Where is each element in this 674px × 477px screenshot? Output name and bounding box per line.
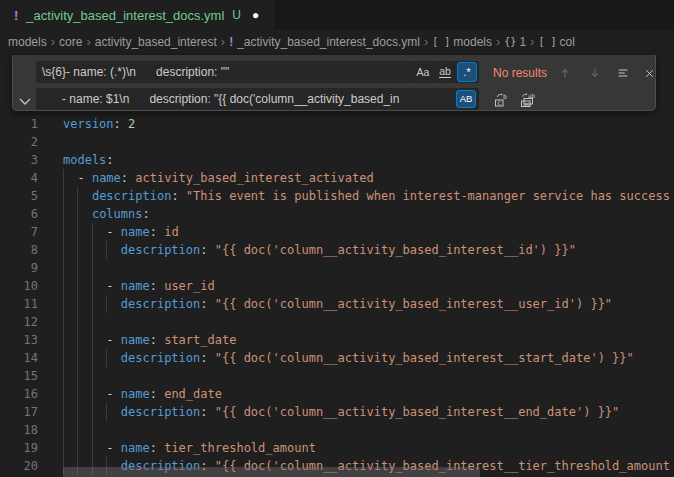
yaml-warning-icon: ! [229,35,233,49]
code-line[interactable]: 17 description: "{{ doc('column__activit… [0,403,674,421]
horizontal-scrollbar[interactable] [63,467,480,477]
line-number: 15 [0,367,38,385]
code-line[interactable]: 14 description: "{{ doc('column__activit… [0,349,674,367]
match-case-icon[interactable]: Aa [413,62,433,82]
code-text: - name: activity_based_interest_activate… [63,169,374,187]
indent-guide [92,421,93,439]
code-line[interactable]: 2 [0,133,674,151]
modified-dot-icon[interactable]: ● [252,8,259,22]
indent-guide [63,313,64,331]
code-line[interactable]: 6 columns: [0,205,674,223]
breadcrumb-label: core [59,35,82,49]
code-text: - name: end_date [63,385,222,403]
line-number: 10 [0,277,38,295]
breadcrumb-item-core[interactable]: core [59,35,82,49]
line-number: 17 [0,403,38,421]
breadcrumb-item-col[interactable]: [ ]col [538,35,574,49]
replace-input[interactable]: - name: $1\n description: "{{ doc('colum… [36,88,479,110]
code-text: - name: start_date [63,331,236,349]
indent-guide [92,367,93,385]
breadcrumb-separator-icon: › [496,34,500,49]
replace-all-icon[interactable]: ab ac [517,90,536,109]
code-line[interactable]: 7 - name: id [0,223,674,241]
breadcrumb: models›core›activity_based_interest›!_ac… [0,30,674,53]
code-line[interactable]: 1version: 2 [0,115,674,133]
indent-guide [77,259,78,277]
yaml-warning-icon: ! [14,8,18,23]
breadcrumb-item-models[interactable]: [ ]models [432,35,492,49]
code-line[interactable]: 11 description: "{{ doc('column__activit… [0,295,674,313]
tab-bar: ! _activity_based_interest_docs.yml U ● [0,0,674,30]
code-text: - name: id [63,223,179,241]
code-line[interactable]: 10 - name: user_id [0,277,674,295]
code-line[interactable]: 15 [0,367,674,385]
breadcrumb-label: activity_based_interest [95,35,217,49]
code-line[interactable]: 9 [0,259,674,277]
code-text: columns: [63,205,150,223]
symbol-array-icon: [ ] [538,36,556,47]
whole-word-icon[interactable]: ab [435,62,455,82]
find-query-text: \s{6}- name: (.*)\n description: "" [42,61,229,83]
git-untracked-badge: U [232,8,241,22]
line-number: 4 [0,169,38,187]
code-line[interactable]: 8 description: "{{ doc('column__activity… [0,241,674,259]
code-line[interactable]: 18 [0,421,674,439]
indent-guide [63,367,64,385]
breadcrumb-label: models [8,35,47,49]
breadcrumb-label: 1 [519,35,526,49]
code-text: description: "{{ doc('column__activity_b… [63,295,612,313]
breadcrumb-item-_activity_based_interest_docs.yml[interactable]: !_activity_based_interest_docs.yml [229,35,420,49]
next-match-icon[interactable] [585,63,605,83]
breadcrumb-separator-icon: › [51,34,55,49]
code-line[interactable]: 3models: [0,151,674,169]
close-icon[interactable] [639,63,659,83]
code-line[interactable]: 16 - name: end_date [0,385,674,403]
line-number: 14 [0,349,38,367]
code-line[interactable]: 4 - name: activity_based_interest_activa… [0,169,674,187]
breadcrumb-separator-icon: › [221,34,225,49]
code-line[interactable]: 12 [0,313,674,331]
regex-icon[interactable]: .* [457,62,477,82]
code-line[interactable]: 19 - name: tier_threshold_amount [0,439,674,457]
breadcrumb-separator-icon: › [86,34,90,49]
line-number: 13 [0,331,38,349]
line-number: 16 [0,385,38,403]
tab-activity-based-interest-docs[interactable]: ! _activity_based_interest_docs.yml U ● [0,0,275,30]
code-text: description: "{{ doc('column__activity_b… [63,241,576,259]
breadcrumb-item-1[interactable]: {}1 [504,35,526,49]
toggle-replace-chevron-icon[interactable] [17,93,33,109]
code-text: models: [63,151,114,169]
line-number: 18 [0,421,38,439]
breadcrumb-item-activity_based_interest[interactable]: activity_based_interest [95,35,217,49]
preserve-case-icon[interactable]: AB [456,90,476,108]
code-line[interactable]: 5 description: "This event is published … [0,187,674,205]
line-number: 2 [0,133,38,151]
find-in-selection-icon[interactable] [613,63,633,83]
find-input[interactable]: \s{6}- name: (.*)\n description: "" Aa a… [36,61,479,83]
line-number: 9 [0,259,38,277]
code-text: version: 2 [63,115,135,133]
find-replace-widget: \s{6}- name: (.*)\n description: "" Aa a… [12,55,656,111]
indent-guide [63,259,64,277]
svg-text:ac: ac [523,99,531,106]
code-line[interactable]: 13 - name: start_date [0,331,674,349]
line-number: 19 [0,439,38,457]
code-editor[interactable]: 1version: 223models:4 - name: activity_b… [0,52,674,477]
breadcrumb-separator-icon: › [424,34,428,49]
line-number: 20 [0,457,38,475]
vscode-window: ! _activity_based_interest_docs.yml U ● … [0,0,674,477]
replace-one-icon[interactable]: b c [491,90,510,109]
line-number: 11 [0,295,38,313]
code-text: - name: user_id [63,277,215,295]
line-number: 12 [0,313,38,331]
svg-text:c: c [497,99,501,107]
code-text: description: "This event is published wh… [63,187,670,205]
code-text: - name: tier_threshold_amount [63,439,316,457]
line-number: 8 [0,241,38,259]
indent-guide [92,313,93,331]
symbol-object-icon: {} [504,36,516,47]
breadcrumb-item-models[interactable]: models [8,35,47,49]
line-number: 5 [0,187,38,205]
previous-match-icon[interactable] [555,63,575,83]
indent-guide [77,313,78,331]
